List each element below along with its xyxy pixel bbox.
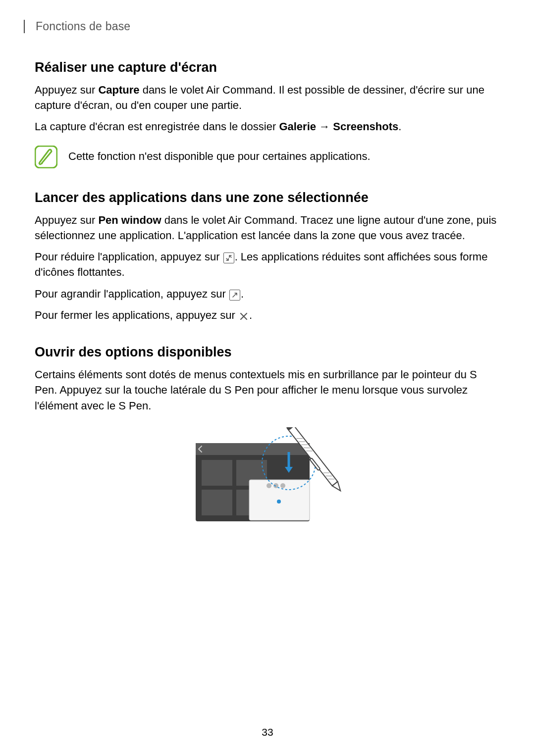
svg-point-10 bbox=[280, 483, 285, 488]
text-penwindow-p3: Pour agrandir l'application, appuyez sur… bbox=[35, 286, 500, 302]
minimize-icon bbox=[223, 252, 234, 263]
text-penwindow-p2: Pour réduire l'application, appuyez sur … bbox=[35, 249, 500, 280]
heading-options: Ouvrir des options disponibles bbox=[35, 345, 500, 360]
text-capture-p2: La capture d'écran est enregistrée dans … bbox=[35, 119, 500, 134]
close-icon bbox=[239, 311, 249, 321]
maximize-icon bbox=[229, 290, 240, 301]
heading-capture: Réaliser une capture d'écran bbox=[35, 60, 500, 75]
svg-rect-2 bbox=[196, 443, 310, 455]
heading-penwindow: Lancer des applications dans une zone sé… bbox=[35, 190, 500, 205]
text-options-p1: Certains éléments sont dotés de menus co… bbox=[35, 367, 500, 413]
note-row: Cette fonction n'est disponible que pour… bbox=[35, 146, 500, 168]
chapter-title: Fonctions de base bbox=[36, 20, 130, 33]
text-penwindow-p4: Pour fermer les applications, appuyez su… bbox=[35, 307, 500, 323]
text-penwindow-p1: Appuyez sur Pen window dans le volet Air… bbox=[35, 212, 500, 243]
section-options: Ouvrir des options disponibles Certains … bbox=[35, 345, 500, 526]
svg-point-11 bbox=[277, 500, 281, 504]
svg-point-8 bbox=[267, 483, 271, 488]
svg-rect-5 bbox=[202, 490, 232, 515]
note-text: Cette fonction n'est disponible que pour… bbox=[68, 149, 371, 164]
page-number: 33 bbox=[0, 726, 535, 738]
section-penwindow: Lancer des applications dans une zone sé… bbox=[35, 190, 500, 323]
figure-spen bbox=[35, 427, 500, 526]
chapter-header: Fonctions de base bbox=[24, 20, 500, 33]
section-capture: Réaliser une capture d'écran Appuyez sur… bbox=[35, 60, 500, 168]
text-capture-p1: Appuyez sur Capture dans le volet Air Co… bbox=[35, 82, 500, 113]
svg-rect-3 bbox=[202, 460, 232, 486]
note-icon bbox=[35, 146, 57, 168]
